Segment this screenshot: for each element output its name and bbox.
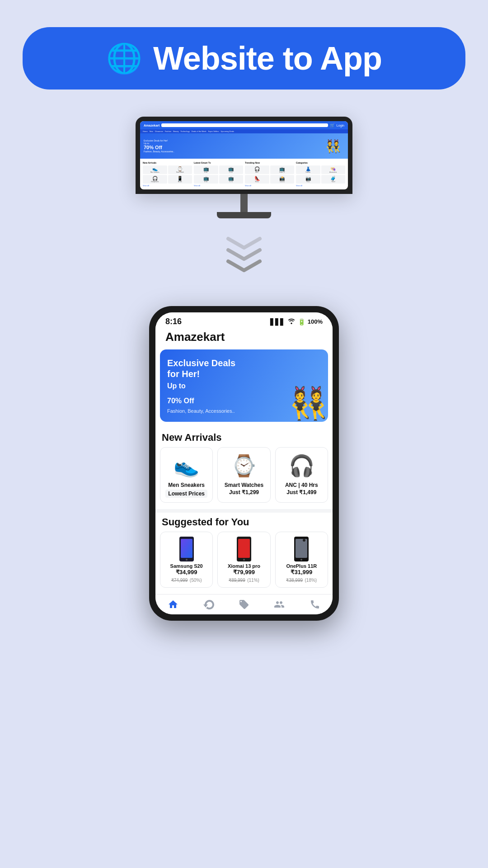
mini-item-tv2: 📺TV 55" (219, 165, 244, 174)
mini-categories-title: Categories (296, 161, 345, 164)
app-title: Amazekart (165, 330, 225, 344)
mini-view-all-trending: View all (245, 184, 294, 187)
xiomai-price: ₹79,999 (221, 569, 266, 576)
mini-logo: Amazekart (144, 124, 160, 127)
monitor-stand-base (217, 212, 271, 218)
phone-screen: 8:16 ▋▋▋ 🔋 100% Amazekart Exclusive Deal… (155, 312, 333, 614)
svg-rect-5 (238, 539, 250, 558)
new-arrivals-row: 👟 Men Sneakers Lowest Prices ⌚ Smart Wat… (155, 447, 333, 509)
oneplus-discount: (18%) (305, 578, 317, 583)
divider (155, 509, 333, 513)
header-pill: 🌐 Website to App (23, 27, 465, 90)
oneplus-original: ₹38,999 (286, 578, 303, 583)
headphones-name: ANC | 40 Hrs (280, 482, 323, 488)
nav-home[interactable] (168, 599, 178, 610)
samsung-name: Samsung S20 (164, 563, 209, 569)
mini-cat-accessories: 👒Accessories (321, 165, 346, 174)
mini-products: New Arrivals 👟Men Sneakers ⌚Smart Watch … (140, 159, 348, 189)
suggested-title: Suggested for You (155, 513, 333, 532)
product-card-watch[interactable]: ⌚ Smart Watches Just ₹1,299 (217, 447, 270, 503)
status-time: 8:16 (165, 317, 182, 326)
mini-item-phone: 📱Mobile (168, 175, 192, 184)
suggested-card-xiomai[interactable]: Xiomai 13 pro ₹79,999 ₹89,999 (11%) (217, 532, 270, 588)
product-card-sneakers[interactable]: 👟 Men Sneakers Lowest Prices (160, 447, 213, 503)
mini-nav-home: Home (143, 130, 148, 132)
mini-banner-sub: Fashion, Beauty, Accessories.. (144, 150, 174, 153)
suggested-card-oneplus[interactable]: OnePlus 11R ₹31,999 ₹38,999 (18%) (275, 532, 328, 588)
mini-trending-grid: 🎧ANC 📺Smart TV 👠Shoes 📸Camera (245, 165, 294, 184)
monitor-section: Amazekart 🛒 Login Home New Clearance Fas… (136, 117, 352, 218)
mini-trending-title: Trending Now (245, 161, 294, 164)
arrows-section (221, 236, 267, 288)
xiomai-discount: (11%) (247, 578, 259, 583)
header-title: Website to App (153, 40, 382, 77)
mini-nav-deals: Deals of the Week (192, 130, 206, 132)
samsung-price: ₹34,999 (164, 569, 209, 576)
banner-upto: Up to (167, 382, 235, 390)
mini-nav: Home New Clearance Fashion Beauty Techno… (140, 129, 348, 133)
battery-icon: 🔋 (298, 318, 305, 326)
svg-rect-2 (181, 539, 192, 558)
mini-view-all-new: View all (143, 184, 192, 187)
product-card-headphones[interactable]: 🎧 ANC | 40 Hrs Just ₹1,499 (275, 447, 328, 503)
mini-search-bar (161, 123, 328, 127)
mini-nav-fashion: Fashion (165, 130, 171, 132)
svg-point-3 (186, 559, 188, 561)
mini-new-arrivals-grid: 👟Men Sneakers ⌚Smart Watch 🎧Headphones 📱… (143, 165, 192, 184)
mini-nav-tech: Technology (181, 130, 190, 132)
globe-icon: 🌐 (106, 42, 142, 75)
watch-name: Smart Watches (222, 482, 265, 488)
samsung-discount: (50%) (190, 578, 202, 583)
nav-community[interactable] (274, 599, 285, 610)
status-bar: 8:16 ▋▋▋ 🔋 100% (155, 312, 333, 328)
mini-item-tv4: 📺TV 75" (219, 175, 244, 184)
mini-item-tv1: 📺TV 40" (194, 165, 218, 174)
xiomai-image (221, 537, 266, 561)
wifi-icon (287, 318, 296, 326)
mini-cat-fashion: 👗Fashion (296, 165, 320, 174)
monitor-stand-neck (240, 194, 248, 212)
samsung-original: ₹74,999 (171, 578, 188, 583)
battery-percent: 100% (308, 318, 323, 325)
mini-item-watch: ⌚Smart Watch (168, 165, 192, 174)
mini-nav-new: New (150, 130, 153, 132)
mini-nav-beauty: Beauty (173, 130, 178, 132)
bottom-nav (155, 594, 333, 614)
mini-section-tv: Latest Smart Tv 📺TV 40" 📺TV 55" 📺TV 65" … (194, 161, 243, 187)
banner-people-icon: 👯 (289, 385, 328, 422)
xiomai-name: Xiomai 13 pro (221, 563, 266, 569)
mini-item-tv5: 📺Smart TV (270, 165, 295, 174)
svg-point-10 (303, 539, 305, 542)
suggested-card-samsung[interactable]: Samsung S20 ₹34,999 ₹74,999 (50%) (160, 532, 213, 588)
mini-cat-photo: 📷Photo (296, 175, 320, 184)
nav-trending[interactable] (203, 599, 214, 610)
mini-banner: Exclusive Deals for Her! Up to 70% Off F… (140, 133, 348, 159)
oneplus-name: OnePlus 11R (279, 563, 324, 569)
banner-discount: 70% Off (167, 392, 235, 406)
nav-offers[interactable] (239, 599, 249, 610)
banner-headline: Exclusive Deals for Her! (167, 358, 235, 379)
mini-banner-people: 👯 (322, 137, 344, 155)
oneplus-image (279, 537, 324, 561)
svg-point-9 (300, 559, 302, 561)
mini-section-trending: Trending Now 🎧ANC 📺Smart TV 👠Shoes 📸Came… (245, 161, 294, 187)
app-header: Amazekart (155, 328, 333, 349)
banner-sub: Fashion, Beauty, Accessories.. (167, 408, 235, 414)
mini-section-new-arrivals: New Arrivals 👟Men Sneakers ⌚Smart Watch … (143, 161, 192, 187)
mini-tv-title: Latest Smart Tv (194, 161, 243, 164)
mini-view-all-tv: View all (194, 184, 243, 187)
nav-contact[interactable] (310, 599, 320, 610)
watch-image: ⌚ (222, 452, 265, 479)
mini-item-camera: 📸Camera (270, 175, 295, 184)
mini-item-shoe: 👠Shoes (245, 175, 269, 184)
mini-new-arrivals-title: New Arrivals (143, 161, 192, 164)
suggested-row: Samsung S20 ₹34,999 ₹74,999 (50%) Xiomai… (155, 532, 333, 594)
mini-site-header: Amazekart 🛒 Login (140, 121, 348, 129)
app-banner-text: Exclusive Deals for Her! Up to 70% Off F… (167, 358, 235, 414)
sneakers-name: Men Sneakers (165, 482, 208, 488)
svg-rect-8 (296, 539, 307, 558)
mini-section-categories: Categories 👗Fashion 👒Accessories 📷Photo … (296, 161, 345, 187)
monitor-screen: Amazekart 🛒 Login Home New Clearance Fas… (140, 121, 348, 189)
mini-categories-grid: 👗Fashion 👒Accessories 📷Photo 🧳Travel (296, 165, 345, 184)
mini-cart-icon: 🛒 (330, 123, 335, 127)
